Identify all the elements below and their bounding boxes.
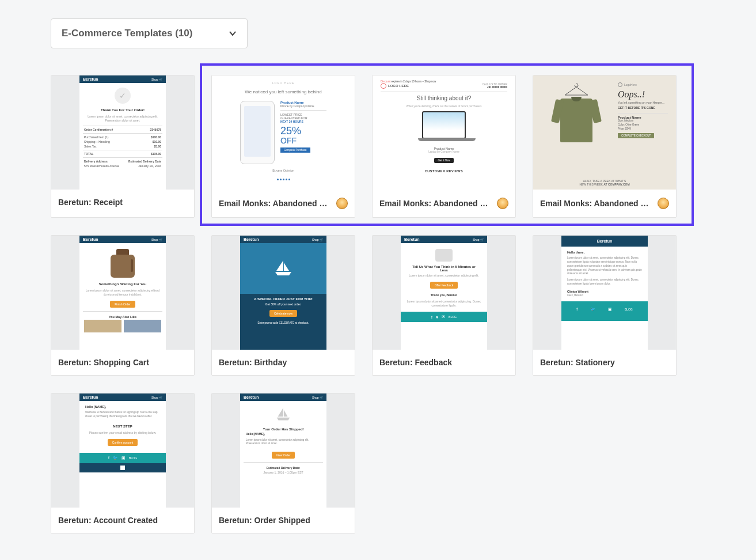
template-preview: BeretunShop 🛒 Something's Waiting For Yo… xyxy=(51,236,194,350)
template-title: Beretun: Feedback xyxy=(379,358,452,367)
template-title: Beretun: Birthday xyxy=(219,358,287,367)
template-title: Email Monks: Abandoned Cart 2 xyxy=(219,199,333,208)
template-title: Beretun: Receipt xyxy=(58,198,123,207)
template-preview: BeretunShop 🛒 Tell Us What You Think in … xyxy=(373,236,515,350)
template-title: Email Monks: Abandoned Cart 3 xyxy=(540,199,654,208)
template-card-abandoned-2[interactable]: LOGO HERE We noticed you left something … xyxy=(211,75,355,218)
sailboat-icon xyxy=(273,258,294,279)
template-preview: BeretunShop 🛒 Hello [NAME], Welcome to B… xyxy=(51,393,194,508)
template-card-birthday[interactable]: BeretunShop 🛒 A SPECIAL OFFER JUST FOR Y… xyxy=(211,235,355,376)
template-title: Email Monks: Abandoned Cart 1 xyxy=(379,199,493,208)
template-card-feedback[interactable]: BeretunShop 🛒 Tell Us What You Think in … xyxy=(372,235,516,376)
template-card-abandoned-3[interactable]: LogoHere Oops..! You left something on y… xyxy=(533,75,677,218)
shirt-illustration xyxy=(560,99,592,142)
template-card-receipt[interactable]: BeretunShop 🛒 ✓ Thank You For Your Order… xyxy=(51,75,195,218)
template-grid: BeretunShop 🛒 ✓ Thank You For Your Order… xyxy=(51,75,705,533)
template-card-account-created[interactable]: BeretunShop 🛒 Hello [NAME], Welcome to B… xyxy=(51,393,195,533)
author-badge-icon xyxy=(497,198,508,209)
phone-illustration xyxy=(240,101,275,164)
template-card-shopping-cart[interactable]: BeretunShop 🛒 Something's Waiting For Yo… xyxy=(51,235,195,376)
author-badge-icon xyxy=(336,198,348,209)
template-preview: LogoHere Oops..! You left something on y… xyxy=(533,75,676,190)
template-preview: LOGO HERE We noticed you left something … xyxy=(212,75,355,190)
template-card-abandoned-1[interactable]: Discount expires in 2 days 10 hours – Sh… xyxy=(372,75,516,218)
template-preview: BeretunShop 🛒 Your Order Has Shipped! He… xyxy=(212,393,355,508)
laptop-illustration xyxy=(418,111,470,143)
template-preview: BeretunShop 🛒 A SPECIAL OFFER JUST FOR Y… xyxy=(212,236,355,350)
speech-bubble-icon xyxy=(435,249,453,262)
sailboat-icon xyxy=(273,406,293,423)
template-title: Beretun: Stationery xyxy=(540,358,615,367)
template-card-order-shipped[interactable]: BeretunShop 🛒 Your Order Has Shipped! He… xyxy=(211,393,355,533)
dropdown-label: E-Commerce Templates (10) xyxy=(62,28,192,39)
template-card-stationery[interactable]: Beretun Hello there, Lorem ipsum dolor s… xyxy=(533,235,677,376)
chevron-down-icon xyxy=(229,29,237,37)
template-preview: Discount expires in 2 days 10 hours – Sh… xyxy=(373,75,515,190)
template-preview: Beretun Hello there, Lorem ipsum dolor s… xyxy=(533,236,676,350)
template-title: Beretun: Shopping Cart xyxy=(58,358,149,367)
author-badge-icon xyxy=(658,198,669,209)
category-dropdown[interactable]: E-Commerce Templates (10) xyxy=(51,18,248,48)
flask-illustration xyxy=(111,249,135,278)
template-title: Beretun: Order Shipped xyxy=(219,516,310,525)
template-preview: BeretunShop 🛒 ✓ Thank You For Your Order… xyxy=(51,75,194,190)
template-title: Beretun: Account Created xyxy=(58,516,158,525)
